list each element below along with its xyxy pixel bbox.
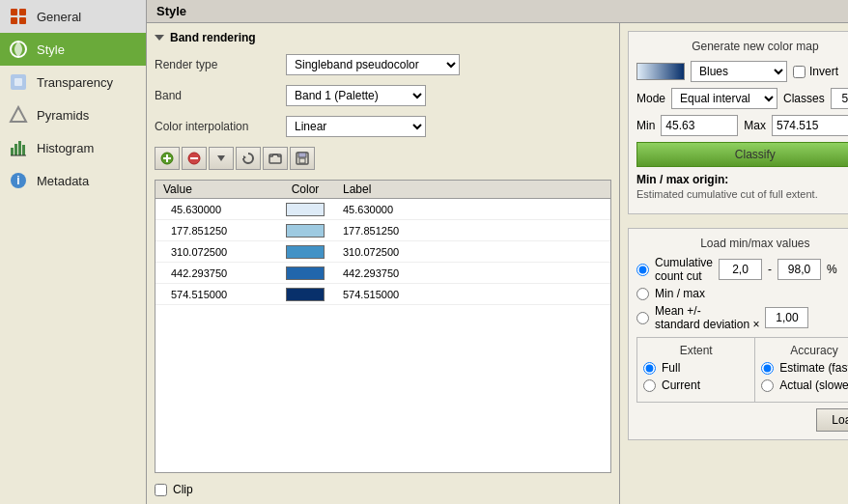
dash-separator: - [768, 263, 772, 276]
svg-rect-11 [18, 141, 21, 155]
cumulative-max-input[interactable] [777, 259, 821, 280]
load-file-button[interactable] [263, 147, 288, 170]
svg-text:i: i [16, 174, 19, 187]
color-swatch [286, 224, 325, 238]
extent-col: Extent Full Current [637, 338, 755, 402]
pyramids-icon [8, 104, 29, 126]
svg-rect-3 [19, 17, 26, 24]
refresh-button[interactable] [236, 147, 261, 170]
main-panel: Style Band rendering Render type Singleb… [147, 0, 848, 504]
sidebar-item-pyramids[interactable]: Pyramids [0, 98, 146, 131]
sidebar-general-label: General [37, 10, 81, 24]
mean-input[interactable] [765, 307, 808, 328]
cell-color [271, 266, 339, 280]
invert-label: Invert [809, 65, 838, 78]
cell-value: 310.072500 [155, 246, 271, 258]
cell-value: 45.630000 [155, 204, 271, 215]
invert-row: Invert [793, 65, 838, 78]
load-button[interactable]: Load [816, 408, 848, 432]
sidebar-item-general[interactable]: General [0, 0, 146, 33]
svg-rect-9 [11, 148, 14, 155]
title-bar: Style [147, 0, 848, 23]
palette-select[interactable]: Blues Reds Greens [691, 61, 787, 82]
classify-button[interactable]: Classify [636, 142, 848, 167]
band-label: Band [155, 89, 280, 102]
sidebar-pyramids-label: Pyramids [37, 108, 89, 123]
minmax-radio-row: Min / max [636, 287, 848, 300]
actual-row: Actual (slower) [761, 378, 848, 392]
save-file-button[interactable] [290, 147, 315, 170]
table-row[interactable]: 442.293750 442.293750 [155, 263, 610, 284]
cumulative-radio[interactable] [636, 264, 649, 276]
svg-marker-7 [11, 107, 26, 122]
header-label: Label [339, 182, 610, 196]
sidebar-item-metadata[interactable]: i Metadata [0, 164, 146, 197]
add-button[interactable] [155, 147, 180, 170]
actual-radio[interactable] [761, 379, 774, 392]
table-row[interactable]: 310.072500 310.072500 [155, 241, 610, 263]
sidebar-item-style[interactable]: Style [0, 33, 146, 66]
sidebar: General Style Transparency Pyramids [0, 0, 147, 504]
actual-label: Actual (slower) [779, 378, 848, 392]
origin-label: Min / max origin: [636, 173, 848, 186]
svg-rect-25 [298, 153, 306, 157]
min-input[interactable] [661, 115, 738, 136]
palette-row: Blues Reds Greens Invert [636, 61, 848, 82]
classes-label: Classes [783, 92, 825, 105]
cumulative-min-input[interactable] [719, 259, 762, 280]
cumulative-label: Cumulativecount cut [655, 256, 713, 283]
cell-label: 45.630000 [339, 204, 610, 215]
band-select[interactable]: Band 1 (Palette) [286, 85, 426, 106]
full-radio[interactable] [643, 362, 656, 375]
svg-marker-22 [243, 155, 246, 159]
general-icon [8, 6, 29, 27]
estimate-radio[interactable] [761, 362, 774, 375]
table-row[interactable]: 177.851250 177.851250 [155, 220, 610, 241]
svg-rect-0 [11, 9, 17, 15]
invert-checkbox[interactable] [793, 66, 806, 78]
cell-value: 442.293750 [155, 267, 271, 279]
render-type-select[interactable]: Singleband pseudocolor Singleband gray M… [286, 54, 460, 75]
interp-select[interactable]: Linear Discrete Exact [286, 116, 426, 137]
mode-label: Mode [636, 92, 665, 105]
render-type-row: Render type Singleband pseudocolor Singl… [155, 54, 611, 75]
svg-rect-10 [14, 144, 17, 155]
color-swatch [286, 288, 325, 301]
interp-label: Color interpolation [155, 120, 280, 133]
svg-marker-21 [217, 155, 225, 161]
content-area: Band rendering Render type Singleband ps… [147, 23, 848, 504]
svg-rect-2 [11, 17, 17, 24]
mean-radio[interactable] [636, 312, 649, 324]
minmax-radio[interactable] [636, 288, 649, 300]
cumulative-row: Cumulativecount cut - % [636, 256, 848, 283]
remove-button[interactable] [182, 147, 207, 170]
sidebar-item-transparency[interactable]: Transparency [0, 66, 146, 98]
sidebar-histogram-label: Histogram [37, 141, 94, 155]
table-row[interactable]: 45.630000 45.630000 [155, 199, 610, 220]
arrow-down-button[interactable] [209, 147, 234, 170]
clip-checkbox[interactable] [155, 484, 167, 496]
table-row[interactable]: 574.515000 574.515000 [155, 284, 610, 305]
blues-gradient [636, 63, 685, 80]
histogram-icon [8, 137, 29, 158]
metadata-icon: i [8, 170, 29, 191]
accuracy-title: Accuracy [761, 344, 848, 357]
max-input[interactable] [772, 115, 848, 136]
mean-label: Mean +/-standard deviation × [655, 304, 759, 331]
mode-select[interactable]: Equal interval Quantile Standard deviati… [671, 88, 777, 109]
classes-input[interactable] [831, 88, 848, 109]
svg-rect-26 [299, 158, 305, 163]
current-radio[interactable] [643, 379, 656, 392]
mode-row: Mode Equal interval Quantile Standard de… [636, 88, 848, 109]
table-header: Value Color Label [155, 181, 610, 199]
left-panel: Band rendering Render type Singleband ps… [147, 23, 620, 504]
sidebar-item-histogram[interactable]: Histogram [0, 131, 146, 164]
cell-label: 574.515000 [339, 289, 610, 300]
estimate-label: Estimate (faster) [779, 361, 848, 375]
min-label: Min [636, 119, 655, 132]
cell-color [271, 245, 339, 259]
render-type-label: Render type [155, 58, 280, 71]
toolbar [155, 147, 611, 170]
band-row: Band Band 1 (Palette) [155, 85, 611, 106]
color-swatch [286, 266, 325, 280]
